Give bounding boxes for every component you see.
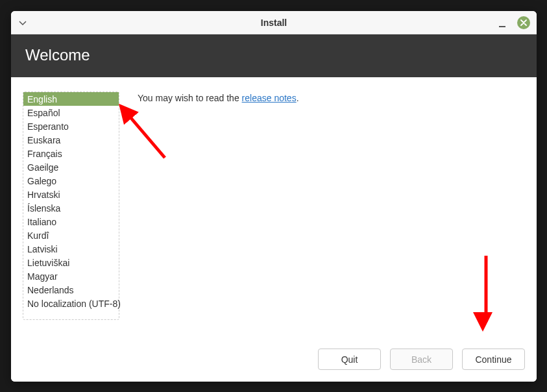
button-row: Quit Back Continue xyxy=(318,349,525,370)
titlebar: Install xyxy=(11,11,537,34)
language-option[interactable]: Español xyxy=(23,106,119,119)
continue-button[interactable]: Continue xyxy=(462,349,525,370)
language-option[interactable]: Íslenska xyxy=(23,201,119,215)
language-option[interactable]: Français xyxy=(23,147,119,160)
language-option[interactable]: Hrvatski xyxy=(23,188,119,201)
hint-suffix: . xyxy=(297,93,299,103)
close-button[interactable] xyxy=(517,16,530,29)
release-notes-link[interactable]: release notes xyxy=(242,93,297,103)
release-notes-hint: You may wish to read the release notes. xyxy=(138,93,299,370)
language-option[interactable]: Lietuviškai xyxy=(23,256,119,269)
back-button: Back xyxy=(390,349,453,370)
chevron-down-icon xyxy=(19,17,27,22)
language-option[interactable]: Esperanto xyxy=(23,119,119,133)
minimize-button[interactable] xyxy=(498,18,507,27)
language-option[interactable]: Latviski xyxy=(23,242,119,256)
language-option[interactable]: Italiano xyxy=(23,215,119,228)
language-option[interactable]: Kurdî xyxy=(23,228,119,242)
language-option[interactable]: No localization (UTF-8) xyxy=(23,297,119,310)
step-header: Welcome xyxy=(11,34,537,77)
install-window: Install Welcome EnglishEspañolEsperantoE… xyxy=(11,11,537,382)
content-area: EnglishEspañolEsperantoEuskaraFrançaisGa… xyxy=(11,77,537,382)
close-icon xyxy=(520,19,527,26)
language-option[interactable]: Gaeilge xyxy=(23,160,119,174)
language-list[interactable]: EnglishEspañolEsperantoEuskaraFrançaisGa… xyxy=(23,92,119,320)
language-option[interactable]: Galego xyxy=(23,174,119,188)
language-option[interactable]: Magyar xyxy=(23,269,119,283)
window-title: Install xyxy=(11,18,537,28)
quit-button[interactable]: Quit xyxy=(318,349,381,370)
page-title: Welcome xyxy=(25,46,522,64)
window-menu-button[interactable] xyxy=(19,17,27,29)
language-option[interactable]: English xyxy=(23,92,119,106)
hint-prefix: You may wish to read the xyxy=(138,93,242,103)
language-option[interactable]: Euskara xyxy=(23,133,119,147)
language-option[interactable]: Nederlands xyxy=(23,283,119,297)
